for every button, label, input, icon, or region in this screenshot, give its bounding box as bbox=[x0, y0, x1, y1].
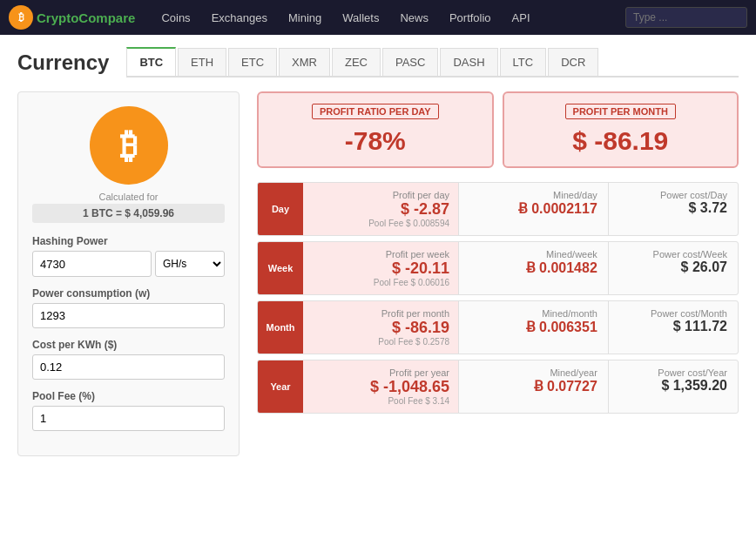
profit-month-label: PROFIT PER MONTH bbox=[565, 104, 676, 119]
logo[interactable]: ₿ CryptoCompare bbox=[9, 5, 135, 30]
tab-etc[interactable]: ETC bbox=[228, 48, 277, 76]
week-power-value: $ 26.07 bbox=[619, 259, 727, 275]
week-mined-label: Mined/week bbox=[469, 249, 597, 259]
power-consumption-label: Power consumption (w) bbox=[32, 287, 225, 300]
week-mined: Mined/week Ƀ 0.001482 bbox=[459, 242, 609, 294]
week-row: Week Profit per week $ -20.11 Pool Fee $… bbox=[257, 241, 739, 295]
logo-text: CryptoCompare bbox=[37, 10, 135, 25]
pool-fee-input[interactable] bbox=[32, 406, 225, 431]
cost-per-kwh-input[interactable] bbox=[32, 354, 225, 380]
pool-fee-label: Pool Fee (%) bbox=[32, 390, 225, 402]
month-mined-label: Mined/month bbox=[469, 308, 597, 319]
year-profit-label: Profit per year bbox=[312, 367, 449, 378]
year-profit: Profit per year $ -1,048.65 Pool Fee $ 3… bbox=[303, 360, 459, 413]
week-power-label: Power cost/Week bbox=[619, 249, 727, 259]
day-power-label: Power cost/Day bbox=[619, 190, 727, 200]
year-power: Power cost/Year $ 1,359.20 bbox=[609, 360, 738, 413]
pool-fee-group: Pool Fee (%) bbox=[32, 390, 225, 431]
day-power: Power cost/Day $ 3.72 bbox=[609, 183, 738, 235]
tab-pasc[interactable]: PASC bbox=[382, 48, 438, 76]
calc-value: 1 BTC = $ 4,059.96 bbox=[32, 204, 225, 223]
profit-ratio-label: PROFIT RATIO PER DAY bbox=[312, 104, 439, 119]
year-mined-value: Ƀ 0.07727 bbox=[469, 378, 597, 394]
hashing-power-unit-select[interactable]: GH/s TH/s MH/s bbox=[155, 251, 225, 277]
power-consumption-group: Power consumption (w) bbox=[32, 287, 225, 328]
month-power-label: Power cost/Month bbox=[619, 308, 727, 319]
day-row: Day Profit per day $ -2.87 Pool Fee $ 0.… bbox=[257, 182, 739, 236]
nav-api[interactable]: API bbox=[503, 8, 539, 28]
search-input[interactable] bbox=[625, 7, 747, 28]
month-profit: Profit per month $ -86.19 Pool Fee $ 0.2… bbox=[303, 301, 459, 354]
tab-btc[interactable]: BTC bbox=[126, 47, 176, 76]
nav-portfolio[interactable]: Portfolio bbox=[441, 8, 500, 28]
hashing-power-group: Hashing Power GH/s TH/s MH/s bbox=[32, 235, 225, 277]
day-mined-value: Ƀ 0.0002117 bbox=[469, 200, 597, 217]
year-profit-value: $ -1,048.65 bbox=[312, 378, 449, 396]
month-row: Month Profit per month $ -86.19 Pool Fee… bbox=[257, 300, 739, 354]
month-profit-value: $ -86.19 bbox=[312, 319, 449, 337]
week-power: Power cost/Week $ 26.07 bbox=[609, 242, 738, 294]
week-pool-fee: Pool Fee $ 0.06016 bbox=[312, 278, 449, 287]
right-panel: PROFIT RATIO PER DAY -78% PROFIT PER MON… bbox=[257, 91, 739, 456]
month-profit-label: Profit per month bbox=[312, 308, 449, 319]
navbar: ₿ CryptoCompare Coins Exchanges Mining W… bbox=[0, 0, 756, 35]
left-panel: ₿ Calculated for 1 BTC = $ 4,059.96 Hash… bbox=[17, 91, 240, 456]
day-profit-value: $ -2.87 bbox=[312, 200, 449, 219]
year-period: Year bbox=[258, 360, 303, 413]
month-power: Power cost/Month $ 111.72 bbox=[609, 301, 738, 354]
hashing-power-label: Hashing Power bbox=[32, 235, 225, 247]
year-mined-label: Mined/year bbox=[469, 367, 597, 378]
day-profit-label: Profit per day bbox=[312, 190, 449, 200]
main-content: ₿ Calculated for 1 BTC = $ 4,059.96 Hash… bbox=[0, 77, 756, 470]
day-power-value: $ 3.72 bbox=[619, 200, 727, 216]
year-pool-fee: Pool Fee $ 3.14 bbox=[312, 396, 449, 406]
logo-text-second: Compare bbox=[78, 10, 135, 25]
day-pool-fee: Pool Fee $ 0.008594 bbox=[312, 219, 449, 228]
day-profit: Profit per day $ -2.87 Pool Fee $ 0.0085… bbox=[303, 183, 459, 235]
nav-mining[interactable]: Mining bbox=[280, 8, 330, 28]
tab-dash[interactable]: DASH bbox=[440, 48, 497, 76]
month-power-value: $ 111.72 bbox=[619, 319, 727, 334]
nav-news[interactable]: News bbox=[391, 8, 437, 28]
coin-icon: ₿ bbox=[90, 106, 168, 185]
cost-per-kwh-group: Cost per KWh ($) bbox=[32, 339, 225, 380]
nav-wallets[interactable]: Wallets bbox=[334, 8, 388, 28]
logo-text-first: Crypto bbox=[37, 10, 78, 25]
nav-coins[interactable]: Coins bbox=[152, 8, 199, 28]
month-pool-fee: Pool Fee $ 0.2578 bbox=[312, 337, 449, 347]
day-mined-label: Mined/day bbox=[469, 190, 597, 200]
nav-links: Coins Exchanges Mining Wallets News Port… bbox=[152, 8, 625, 28]
day-period: Day bbox=[258, 183, 303, 235]
tab-ltc[interactable]: LTC bbox=[500, 48, 547, 76]
logo-icon: ₿ bbox=[9, 5, 33, 30]
month-mined: Mined/month Ƀ 0.006351 bbox=[459, 301, 609, 354]
page-title: Currency bbox=[17, 51, 109, 75]
profit-month-value: $ -86.19 bbox=[518, 126, 724, 156]
nav-exchanges[interactable]: Exchanges bbox=[203, 8, 276, 28]
profit-month-card: PROFIT PER MONTH $ -86.19 bbox=[503, 91, 739, 168]
hashing-power-input[interactable] bbox=[32, 251, 152, 277]
profit-ratio-card: PROFIT RATIO PER DAY -78% bbox=[257, 91, 494, 168]
week-profit: Profit per week $ -20.11 Pool Fee $ 0.06… bbox=[303, 242, 459, 294]
year-mined: Mined/year Ƀ 0.07727 bbox=[459, 360, 609, 413]
week-period: Week bbox=[258, 242, 303, 294]
tab-zec[interactable]: ZEC bbox=[332, 48, 381, 76]
week-profit-label: Profit per week bbox=[312, 249, 449, 259]
week-profit-value: $ -20.11 bbox=[312, 259, 449, 278]
currency-header: Currency BTC ETH ETC XMR ZEC PASC DASH L… bbox=[0, 35, 756, 77]
year-row: Year Profit per year $ -1,048.65 Pool Fe… bbox=[257, 360, 739, 414]
profit-cards: PROFIT RATIO PER DAY -78% PROFIT PER MON… bbox=[257, 91, 739, 168]
tab-xmr[interactable]: XMR bbox=[279, 48, 330, 76]
month-period: Month bbox=[258, 301, 303, 354]
year-power-label: Power cost/Year bbox=[619, 367, 727, 378]
year-power-value: $ 1,359.20 bbox=[619, 378, 727, 394]
calc-label: Calculated for bbox=[99, 192, 159, 202]
week-mined-value: Ƀ 0.001482 bbox=[469, 259, 597, 276]
tab-dcr[interactable]: DCR bbox=[548, 48, 598, 76]
power-consumption-input[interactable] bbox=[32, 303, 225, 328]
profit-ratio-value: -78% bbox=[273, 126, 478, 156]
day-mined: Mined/day Ƀ 0.0002117 bbox=[459, 183, 609, 235]
cost-per-kwh-label: Cost per KWh ($) bbox=[32, 339, 225, 351]
month-mined-value: Ƀ 0.006351 bbox=[469, 319, 597, 335]
tab-eth[interactable]: ETH bbox=[178, 48, 226, 76]
